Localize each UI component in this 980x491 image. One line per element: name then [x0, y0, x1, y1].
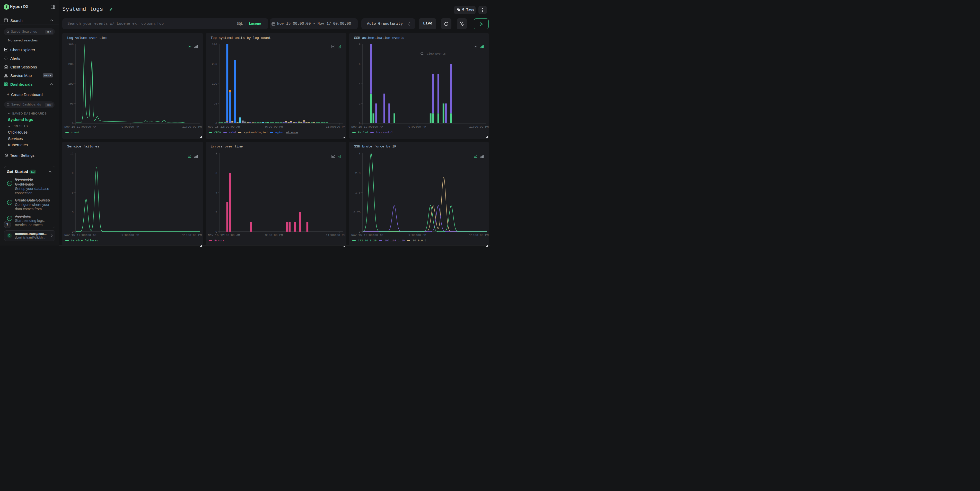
svg-text:2: 2: [359, 102, 361, 105]
svg-text:285: 285: [212, 62, 217, 66]
svg-text:11:00:00 PM: 11:00:00 PM: [326, 125, 345, 129]
svg-text:2: 2: [215, 210, 217, 214]
svg-text:1.5: 1.5: [355, 191, 361, 194]
svg-text:6: 6: [215, 171, 217, 175]
svg-text:285: 285: [68, 62, 73, 66]
svg-text:0: 0: [359, 230, 361, 234]
svg-text:380: 380: [212, 43, 217, 46]
svg-text:11:00:00 PM: 11:00:00 PM: [469, 233, 489, 237]
svg-text:8: 8: [215, 152, 217, 155]
svg-text:9:00:00 PM: 9:00:00 PM: [121, 125, 139, 129]
svg-text:190: 190: [68, 82, 73, 86]
svg-text:9:00:00 PM: 9:00:00 PM: [121, 233, 139, 237]
svg-text:9:00:00 PM: 9:00:00 PM: [265, 125, 283, 129]
svg-text:9:00:00 PM: 9:00:00 PM: [409, 125, 426, 129]
svg-text:190: 190: [212, 82, 217, 86]
svg-text:Nov 15 12:00:00 AM: Nov 15 12:00:00 AM: [351, 125, 383, 129]
svg-text:11:00:00 PM: 11:00:00 PM: [326, 233, 345, 237]
svg-text:9:00:00 PM: 9:00:00 PM: [409, 233, 426, 237]
svg-text:4: 4: [359, 82, 361, 86]
svg-text:95: 95: [213, 102, 217, 105]
svg-text:8: 8: [359, 43, 361, 46]
svg-text:Nov 15 12:00:00 AM: Nov 15 12:00:00 AM: [208, 233, 240, 237]
svg-text:3: 3: [72, 210, 73, 214]
svg-text:0: 0: [359, 122, 361, 125]
svg-text:Nov 15 12:00:00 AM: Nov 15 12:00:00 AM: [64, 233, 96, 237]
svg-text:View Events: View Events: [427, 52, 446, 55]
svg-text:12: 12: [70, 152, 73, 155]
svg-text:0.75: 0.75: [353, 210, 361, 214]
svg-text:9: 9: [72, 171, 73, 175]
svg-text:11:00:00 PM: 11:00:00 PM: [182, 233, 202, 237]
svg-text:Nov 15 12:00:00 AM: Nov 15 12:00:00 AM: [64, 125, 96, 129]
svg-text:11:00:00 PM: 11:00:00 PM: [182, 125, 202, 129]
svg-text:Nov 15 12:00:00 AM: Nov 15 12:00:00 AM: [351, 233, 383, 237]
svg-text:0: 0: [215, 230, 217, 234]
svg-text:3: 3: [359, 152, 361, 155]
svg-text:Nov 15 12:00:00 AM: Nov 15 12:00:00 AM: [208, 125, 240, 129]
svg-text:2.3: 2.3: [355, 171, 361, 175]
svg-text:95: 95: [70, 102, 73, 105]
svg-text:380: 380: [68, 43, 73, 46]
svg-text:0: 0: [72, 230, 73, 234]
svg-text:9:00:00 PM: 9:00:00 PM: [265, 233, 283, 237]
svg-text:11:00:00 PM: 11:00:00 PM: [469, 125, 489, 129]
svg-text:4: 4: [215, 191, 217, 194]
svg-text:0: 0: [72, 122, 73, 125]
svg-text:6: 6: [359, 62, 361, 66]
svg-text:0: 0: [215, 122, 217, 125]
svg-text:6: 6: [72, 191, 73, 194]
